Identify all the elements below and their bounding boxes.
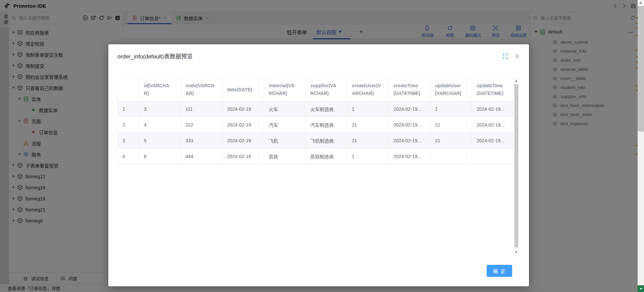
- column-header: updateUser (VARCHAR): [430, 78, 472, 101]
- table-row[interactable]: 353332024-02-19飞机飞机制造商212024-02-19...212…: [118, 133, 514, 149]
- window-scrollbar[interactable]: [638, 0, 644, 292]
- table-cell: 2024-02-19...: [472, 117, 514, 133]
- scroll-down-arrow-icon[interactable]: [515, 251, 517, 253]
- column-header: material(VA RCHAR): [264, 78, 306, 101]
- table-cell: 1: [430, 101, 472, 117]
- data-preview-table: id(VARCHA R)code(VARCH AR)date(DATE)mate…: [117, 78, 514, 164]
- table-cell: 3: [139, 101, 181, 117]
- table-cell: 火车: [264, 101, 306, 117]
- table-cell: 4: [118, 149, 139, 164]
- fullscreen-icon[interactable]: [502, 53, 508, 59]
- table-cell: 21: [347, 117, 389, 133]
- table-row[interactable]: 131112024-02-19火车火车制造商12024-02-19...1202…: [118, 101, 514, 117]
- column-header: createTime (DATETIME): [389, 78, 430, 101]
- app-window: Primeton-IDE 资源 AIA 供应商报表: [0, 0, 644, 292]
- preview-table-wrap: id(VARCHA R)code(VARCH AR)date(DATE)mate…: [117, 78, 519, 255]
- table-cell: 2: [118, 117, 139, 133]
- close-icon[interactable]: [514, 53, 520, 59]
- table-cell: 2024-02-19...: [389, 133, 430, 149]
- table-cell: 444: [181, 149, 222, 164]
- scrollbar-thumb[interactable]: [515, 84, 518, 247]
- scroll-corner-button[interactable]: [638, 285, 644, 292]
- table-header-row: id(VARCHA R)code(VARCH AR)date(DATE)mate…: [118, 78, 514, 101]
- scroll-up-arrow-icon[interactable]: [515, 80, 517, 82]
- table-cell: 2024-02-19...: [389, 149, 430, 164]
- table-cell: 1: [347, 149, 389, 164]
- table-cell: 5: [139, 133, 181, 149]
- table-cell: 高铁制造商: [306, 149, 347, 164]
- table-cell: 1: [347, 101, 389, 117]
- column-header: updateTime (DATETIME): [472, 78, 514, 101]
- table-cell: 2024-02-19: [222, 133, 264, 149]
- dialog-title: order_info(default)表数据预览: [117, 52, 193, 60]
- table-row[interactable]: 242222024-02-19汽车汽车制造商212024-02-19...212…: [118, 117, 514, 133]
- table-cell: [430, 149, 472, 164]
- table-cell: 333: [181, 133, 222, 149]
- table-cell: 1: [118, 101, 139, 117]
- table-cell: 2024-02-19: [222, 117, 264, 133]
- table-cell: 2024-02-19: [222, 101, 264, 117]
- table-cell: 飞机: [264, 133, 306, 149]
- table-cell: 6: [139, 149, 181, 164]
- table-cell: 汽车: [264, 117, 306, 133]
- table-cell: 2024-02-19...: [472, 133, 514, 149]
- column-header: date(DATE): [222, 78, 264, 101]
- table-cell: 飞机制造商: [306, 133, 347, 149]
- table-cell: 火车制造商: [306, 101, 347, 117]
- table-cell: 2024-02-19...: [389, 101, 430, 117]
- table-cell: 2024-02-19...: [389, 117, 430, 133]
- table-cell: 3: [118, 133, 139, 149]
- table-cell: 222: [181, 117, 222, 133]
- table-cell: 4: [139, 117, 181, 133]
- table-cell: 21: [347, 133, 389, 149]
- column-header: createUser(V ARCHAR): [347, 78, 389, 101]
- column-header: supplier(VA RCHAR): [306, 78, 347, 101]
- table-row[interactable]: 464442024-02-18高铁高铁制造商12024-02-19...: [118, 149, 514, 164]
- table-cell: 111: [181, 101, 222, 117]
- table-cell: 2024-02-19...: [472, 101, 514, 117]
- column-header: id(VARCHA R): [139, 78, 181, 101]
- table-preview-dialog: order_info(default)表数据预览 id(VARCHA R)cod…: [108, 44, 529, 286]
- table-cell: 21: [430, 117, 472, 133]
- scrollbar-thumb[interactable]: [638, 6, 644, 132]
- column-header: [118, 78, 139, 101]
- table-cell: 21: [430, 133, 472, 149]
- table-cell: 高铁: [264, 149, 306, 164]
- table-scrollbar[interactable]: [514, 78, 519, 255]
- table-cell: 汽车制造商: [306, 117, 347, 133]
- table-cell: 2024-02-18: [222, 149, 264, 164]
- column-header: code(VARCH AR): [181, 78, 222, 101]
- confirm-button[interactable]: 确 定: [487, 265, 512, 277]
- table-cell: [472, 149, 514, 164]
- scroll-up-arrow-icon[interactable]: [639, 1, 642, 4]
